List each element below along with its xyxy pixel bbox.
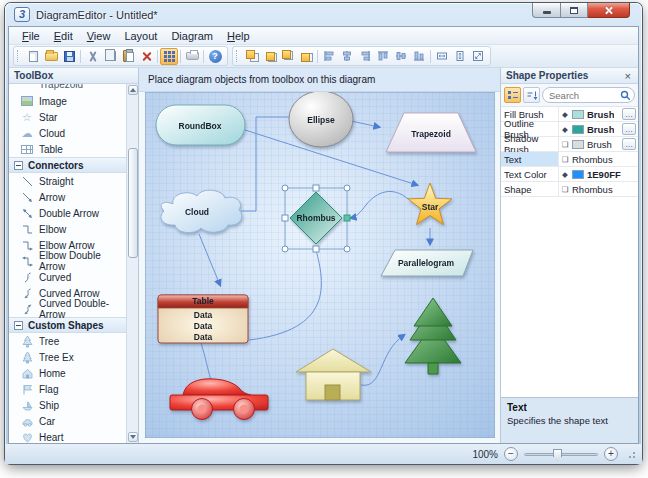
selection-handle[interactable] — [313, 185, 319, 191]
toolbox-item-straight[interactable]: Straight — [9, 173, 126, 189]
close-icon — [604, 6, 613, 15]
property-row-text-color[interactable]: Text Color ◆ 1E90FF — [501, 167, 638, 182]
menu-diagram[interactable]: Diagram — [164, 29, 220, 43]
app-window: 3 DiagramEditor - Untitled* File Edit Vi… — [5, 3, 642, 464]
selection-handle[interactable] — [282, 185, 288, 191]
cut-button[interactable] — [83, 48, 101, 65]
collapse-icon[interactable] — [14, 321, 23, 330]
send-to-back-icon — [264, 50, 277, 62]
zoom-slider[interactable] — [524, 453, 598, 456]
menu-view[interactable]: View — [80, 29, 118, 43]
fill-brush-more-button[interactable]: … — [622, 108, 636, 120]
property-row-shadow-brush[interactable]: Shadow Brush ❑ Brush … — [501, 137, 638, 152]
selection-handle[interactable] — [344, 246, 350, 252]
minimize-button[interactable] — [532, 3, 561, 18]
print-button[interactable] — [183, 48, 201, 65]
toolbox-item-star[interactable]: ☆ Star — [9, 109, 126, 125]
toolbox-item-elbow-double-arrow[interactable]: Elbow Double Arrow — [9, 253, 126, 269]
zoom-out-button[interactable]: − — [504, 447, 518, 461]
categorized-button[interactable] — [504, 87, 521, 103]
toolbox-item-elbow[interactable]: Elbow — [9, 221, 126, 237]
toolbox-item-ship[interactable]: Ship — [9, 397, 126, 413]
same-size-button[interactable] — [469, 48, 487, 65]
align-bottom-button[interactable] — [410, 48, 428, 65]
bring-to-front-button[interactable] — [243, 48, 261, 65]
toolbox-item-table[interactable]: Table — [9, 141, 126, 157]
delete-button[interactable] — [137, 48, 155, 65]
text-value[interactable]: Rhombus — [572, 154, 613, 165]
save-button[interactable] — [60, 48, 78, 65]
shadow-brush-more-button[interactable]: … — [622, 138, 636, 150]
toolbox-item-trapezoid[interactable]: Trapezoid — [9, 84, 126, 93]
copy-button[interactable] — [101, 48, 119, 65]
toolbar-grip[interactable] — [236, 50, 239, 62]
paste-button[interactable] — [119, 48, 137, 65]
toolbox-item-flag[interactable]: Flag — [9, 381, 126, 397]
close-button[interactable] — [588, 3, 630, 18]
shadow-brush-swatch[interactable] — [572, 140, 584, 149]
close-panel-icon[interactable]: × — [623, 70, 633, 82]
toolbox-panel: ToolBox Trapezoid Image ☆ Star ☁ — [9, 68, 139, 443]
shape-roundbox[interactable]: RoundBox — [156, 105, 245, 145]
align-middle-button[interactable] — [392, 48, 410, 65]
align-left-button[interactable] — [320, 48, 338, 65]
toolbox-item-image[interactable]: Image — [9, 93, 126, 109]
grid-toggle-button[interactable] — [160, 48, 178, 65]
shape-ellipse[interactable]: Ellipse — [289, 92, 353, 147]
text-color-swatch[interactable] — [572, 170, 584, 179]
selection-handle[interactable] — [344, 185, 350, 191]
scroll-down-button[interactable] — [128, 432, 138, 442]
maximize-button[interactable] — [561, 3, 588, 18]
property-row-text[interactable]: Text ❑ Rhombus — [501, 152, 638, 167]
selection-handle[interactable] — [282, 215, 288, 221]
scroll-up-button[interactable] — [128, 85, 138, 95]
same-width-button[interactable] — [433, 48, 451, 65]
toolbox-item-double-arrow[interactable]: Double Arrow — [9, 205, 126, 221]
toolbox-section-connectors[interactable]: Connectors — [9, 157, 126, 173]
shape-parallelogram[interactable]: Parallelogram — [381, 250, 473, 276]
toolbox-item-heart[interactable]: Heart — [9, 429, 126, 443]
help-button[interactable] — [206, 48, 224, 65]
toolbox-item-tree[interactable]: Tree — [9, 333, 126, 349]
bring-forward-button[interactable] — [279, 48, 297, 65]
zoom-slider-thumb[interactable] — [553, 449, 562, 461]
menu-layout[interactable]: Layout — [117, 29, 164, 43]
selection-handle[interactable] — [313, 246, 319, 252]
align-center-button[interactable] — [338, 48, 356, 65]
connection-handle[interactable] — [344, 215, 350, 221]
resize-grip[interactable] — [626, 449, 636, 459]
property-row-shape[interactable]: Shape ❑ Rhombus — [501, 182, 638, 197]
diagram-canvas[interactable]: RoundBox Ellipse Trapezoid Cloud — [145, 92, 495, 438]
scrollbar-thumb[interactable] — [128, 148, 138, 258]
search-icon[interactable] — [620, 90, 630, 101]
alphabetical-sort-button[interactable] — [523, 87, 540, 103]
toolbox-item-cloud[interactable]: ☁ Cloud — [9, 125, 126, 141]
search-input[interactable] — [547, 89, 620, 102]
toolbox-item-home[interactable]: Home — [9, 365, 126, 381]
send-to-back-button[interactable] — [261, 48, 279, 65]
toolbox-item-arrow[interactable]: Arrow — [9, 189, 126, 205]
new-button[interactable] — [24, 48, 42, 65]
toolbox-item-curved-double-arrow[interactable]: Curved Double-Arrow — [9, 301, 126, 317]
fill-brush-swatch[interactable] — [572, 110, 584, 119]
menu-help[interactable]: Help — [220, 29, 257, 43]
toolbar-grip[interactable] — [17, 50, 20, 62]
toolbox-item-car[interactable]: Car — [9, 413, 126, 429]
toolbar-separator — [80, 50, 81, 63]
send-backward-button[interactable] — [297, 48, 315, 65]
menu-edit[interactable]: Edit — [47, 29, 80, 43]
align-right-button[interactable] — [356, 48, 374, 65]
menu-file[interactable]: File — [15, 29, 47, 43]
zoom-in-button[interactable]: + — [604, 447, 618, 461]
same-height-button[interactable] — [451, 48, 469, 65]
outline-brush-swatch[interactable] — [572, 125, 584, 134]
toolbox-scrollbar[interactable] — [126, 84, 138, 443]
shape-table[interactable]: Table Data Data Data — [158, 295, 248, 343]
selection-handle[interactable] — [282, 246, 288, 252]
toolbox-item-tree-ex[interactable]: Tree Ex — [9, 349, 126, 365]
collapse-icon[interactable] — [14, 161, 23, 170]
align-top-button[interactable] — [374, 48, 392, 65]
open-button[interactable] — [42, 48, 60, 65]
title-bar[interactable]: 3 DiagramEditor - Untitled* — [5, 3, 642, 26]
outline-brush-more-button[interactable]: … — [622, 123, 636, 135]
